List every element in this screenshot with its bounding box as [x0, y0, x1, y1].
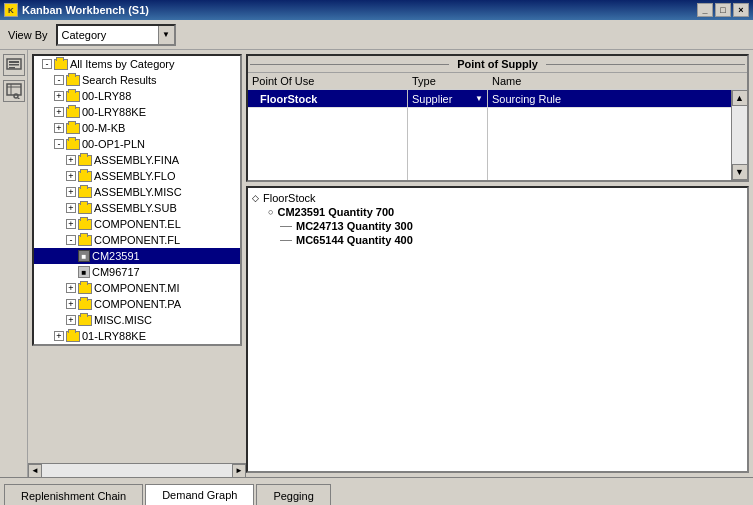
pos-row-empty-3[interactable] [248, 126, 731, 144]
pos-scroll-up[interactable]: ▲ [732, 90, 748, 106]
pos-row-empty-4[interactable] [248, 144, 731, 162]
tree-label-cm23591: CM23591 [92, 250, 140, 262]
pos-section: Point of Supply Point Of Use Type Name [246, 54, 749, 182]
tree-item-assembly-misc[interactable]: + ASSEMBLY.MISC [34, 184, 240, 200]
tree-label-misc-misc: MISC.MISC [94, 314, 152, 326]
tree-label-assembly-sub: ASSEMBLY.SUB [94, 202, 177, 214]
expand-icon-cmi[interactable]: + [66, 283, 76, 293]
col-header-name: Name [492, 75, 743, 87]
replenishment-section: ◇ FloorStock ○ CM23591 Quantity 700 MC24… [246, 186, 749, 473]
expand-icon-as[interactable]: + [66, 203, 76, 213]
pos-empty-type-2 [408, 108, 488, 126]
expand-icon-cfl[interactable]: - [66, 235, 76, 245]
expand-icon-cpa[interactable]: + [66, 299, 76, 309]
tree-item-00-op1-pln[interactable]: - 00-OP1-PLN [34, 136, 240, 152]
tree-label-search-results: Search Results [82, 74, 157, 86]
pos-header-title: Point of Supply [457, 58, 538, 70]
tree-label-00-lry88ke: 00-LRY88KE [82, 106, 146, 118]
box-icon-cm23591: ■ [78, 250, 90, 262]
app-icon: K [4, 3, 18, 17]
pos-empty-use-4 [248, 144, 408, 162]
rep-item-mc24713: MC24713 Quantity 300 [252, 220, 743, 232]
folder-icon-cmi [78, 283, 92, 294]
restore-button[interactable]: □ [715, 3, 731, 17]
tab-replenishment[interactable]: Replenishment Chain [4, 484, 143, 505]
pos-row-empty-5[interactable] [248, 162, 731, 180]
sidebar-icon-1[interactable] [3, 54, 25, 76]
tree-item-component-pa[interactable]: + COMPONENT.PA [34, 296, 240, 312]
svg-point-7 [14, 94, 18, 98]
pos-header: Point of Supply [248, 56, 747, 73]
minimize-button[interactable]: _ [697, 3, 713, 17]
right-panel: Point of Supply Point Of Use Type Name [246, 54, 749, 473]
tree-item-component-fl[interactable]: - COMPONENT.FL [34, 232, 240, 248]
tree-label-01-lry88ke: 01-LRY88KE [82, 330, 146, 342]
tree-item-misc-misc[interactable]: + MISC.MISC [34, 312, 240, 328]
rep-item-mc65144: MC65144 Quantity 400 [252, 234, 743, 246]
expand-icon-lry88[interactable]: + [54, 91, 64, 101]
folder-icon-aflo [78, 171, 92, 182]
tree-item-assembly-flo[interactable]: + ASSEMBLY.FLO [34, 168, 240, 184]
svg-rect-4 [7, 84, 21, 95]
tree-item-search-results[interactable]: - Search Results [34, 72, 240, 88]
folder-icon-cfl [78, 235, 92, 246]
tree-item-00-lry88ke[interactable]: + 00-LRY88KE [34, 104, 240, 120]
rep-circle-icon-1: ○ [268, 207, 273, 217]
expand-icon-af[interactable]: + [66, 155, 76, 165]
folder-icon-lry88 [66, 91, 80, 102]
tab-replenishment-label: Replenishment Chain [21, 490, 126, 502]
svg-line-8 [18, 98, 20, 99]
expand-icon-root[interactable]: - [42, 59, 52, 69]
tree-item-cm96717[interactable]: ■ CM96717 [34, 264, 240, 280]
tree-root[interactable]: - All Items by Category [34, 56, 240, 72]
pos-cell-use-1-text: FloorStock [260, 93, 317, 105]
expand-icon-aflo[interactable]: + [66, 171, 76, 181]
expand-icon-am[interactable]: + [66, 187, 76, 197]
expand-icon-lry88ke[interactable]: + [54, 107, 64, 117]
pos-cell-type-1: Supplier ▼ [408, 90, 488, 107]
tree-item-cm23591[interactable]: ■ CM23591 [34, 248, 240, 264]
pos-empty-use-5 [248, 162, 408, 180]
pos-row-1[interactable]: FloorStock Supplier ▼ Sourcing Rule [248, 90, 731, 108]
hscroll-track [42, 464, 232, 477]
pos-scroll-down[interactable]: ▼ [732, 164, 748, 180]
expand-icon-search[interactable]: - [54, 75, 64, 85]
tree-label-assembly-fina: ASSEMBLY.FINA [94, 154, 179, 166]
folder-icon-mm [78, 315, 92, 326]
tree-item-assembly-sub[interactable]: + ASSEMBLY.SUB [34, 200, 240, 216]
tree-item-assembly-fina[interactable]: + ASSEMBLY.FINA [34, 152, 240, 168]
rep-root: ◇ FloorStock [252, 192, 743, 204]
hscroll-right-btn[interactable]: ► [232, 464, 246, 478]
tree-label-component-mi: COMPONENT.MI [94, 282, 180, 294]
tab-pegging[interactable]: Pegging [256, 484, 330, 505]
tab-demand-graph[interactable]: Demand Graph [145, 484, 254, 505]
folder-icon-search [66, 75, 80, 86]
supplier-dropdown-icon[interactable]: ▼ [475, 94, 483, 103]
expand-icon-cel[interactable]: + [66, 219, 76, 229]
tree-label-assembly-misc: ASSEMBLY.MISC [94, 186, 182, 198]
expand-icon-m-kb[interactable]: + [54, 123, 64, 133]
expand-icon-01lry[interactable]: + [54, 331, 64, 341]
view-by-select[interactable]: Category Location Item [56, 24, 176, 46]
close-button[interactable]: × [733, 3, 749, 17]
rep-label-cm23591: CM23591 Quantity 700 [277, 206, 394, 218]
tree-item-01-lry88ke[interactable]: + 01-LRY88KE [34, 328, 240, 344]
tree-item-00-m-kb[interactable]: + 00-M-KB [34, 120, 240, 136]
sidebar-icon-2[interactable] [3, 80, 25, 102]
tree-panel[interactable]: - All Items by Category - Search Results… [32, 54, 242, 346]
tree-item-00-lry88[interactable]: + 00-LRY88 [34, 88, 240, 104]
tree-label-00-op1-pln: 00-OP1-PLN [82, 138, 145, 150]
tree-item-component-el[interactable]: + COMPONENT.EL [34, 216, 240, 232]
expand-icon-op1[interactable]: - [54, 139, 64, 149]
hscroll-left-btn[interactable]: ◄ [28, 464, 42, 478]
title-bar: K Kanban Workbench (S1) _ □ × [0, 0, 753, 20]
rep-line-mc65144 [280, 240, 292, 241]
rep-label-mc65144: MC65144 Quantity 400 [296, 234, 413, 246]
rep-line-mc24713 [280, 226, 292, 227]
expand-icon-mm[interactable]: + [66, 315, 76, 325]
tree-item-component-mi[interactable]: + COMPONENT.MI [34, 280, 240, 296]
col-header-use: Point Of Use [252, 75, 412, 87]
pos-empty-name-5 [488, 162, 731, 180]
tree-label-00-m-kb: 00-M-KB [82, 122, 125, 134]
pos-row-empty-2[interactable] [248, 108, 731, 126]
